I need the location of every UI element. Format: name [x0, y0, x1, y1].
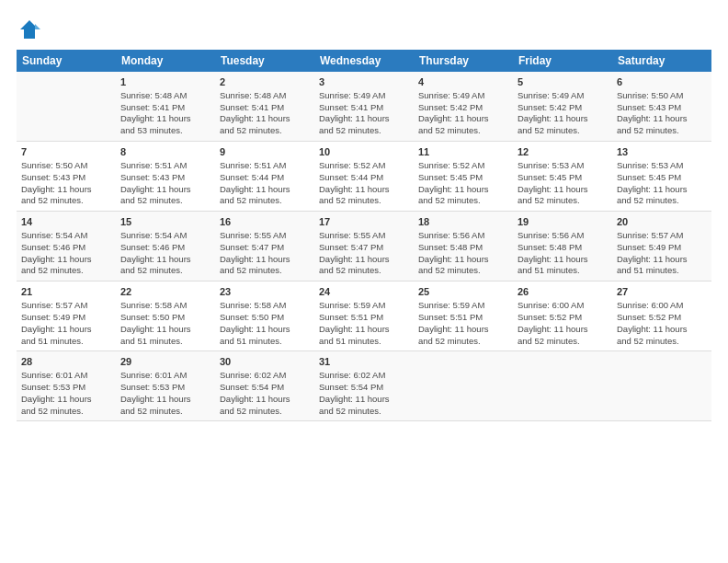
- day-cell: 31Sunrise: 6:02 AMSunset: 5:54 PMDayligh…: [314, 351, 414, 421]
- logo: [17, 17, 46, 42]
- day-cell: 30Sunrise: 6:02 AMSunset: 5:54 PMDayligh…: [215, 351, 314, 421]
- day-cell: 9Sunrise: 5:51 AMSunset: 5:44 PMDaylight…: [215, 142, 314, 212]
- day-info: and 52 minutes.: [418, 125, 508, 137]
- day-info: Sunset: 5:46 PM: [21, 242, 111, 254]
- day-number: 30: [220, 355, 310, 369]
- header-cell-saturday: Saturday: [612, 50, 711, 72]
- day-info: Sunrise: 6:01 AM: [120, 370, 210, 382]
- day-info: Sunrise: 5:52 AM: [319, 160, 409, 172]
- day-info: Daylight: 11 hours: [418, 113, 508, 125]
- day-number: 17: [319, 215, 409, 229]
- day-info: and 51 minutes.: [518, 265, 608, 277]
- day-info: and 52 minutes.: [418, 336, 508, 348]
- day-cell: 23Sunrise: 5:58 AMSunset: 5:50 PMDayligh…: [215, 282, 314, 351]
- day-info: Daylight: 11 hours: [617, 254, 707, 266]
- day-info: Daylight: 11 hours: [220, 254, 310, 266]
- day-info: Sunrise: 5:58 AM: [120, 300, 210, 312]
- day-info: Sunset: 5:41 PM: [120, 102, 210, 114]
- header-cell-monday: Monday: [116, 50, 215, 72]
- day-info: and 51 minutes.: [220, 336, 310, 348]
- day-info: Daylight: 11 hours: [21, 184, 111, 196]
- day-info: and 52 minutes.: [617, 336, 707, 348]
- day-info: Daylight: 11 hours: [220, 324, 310, 336]
- day-info: Daylight: 11 hours: [319, 394, 409, 406]
- day-number: 6: [617, 75, 707, 89]
- day-number: 22: [120, 285, 210, 299]
- day-number: 13: [617, 145, 707, 159]
- day-info: Sunset: 5:52 PM: [617, 312, 707, 324]
- day-number: 10: [319, 145, 409, 159]
- logo-icon: [17, 17, 42, 42]
- day-info: Sunset: 5:53 PM: [21, 382, 111, 394]
- day-info: Sunset: 5:54 PM: [319, 382, 409, 394]
- day-info: Sunrise: 5:56 AM: [418, 230, 508, 242]
- day-info: and 52 minutes.: [120, 195, 210, 207]
- day-info: Daylight: 11 hours: [518, 254, 608, 266]
- day-info: Sunset: 5:43 PM: [120, 172, 210, 184]
- day-number: 4: [418, 75, 508, 89]
- day-info: Daylight: 11 hours: [518, 113, 608, 125]
- day-info: Daylight: 11 hours: [220, 184, 310, 196]
- day-info: Daylight: 11 hours: [617, 113, 707, 125]
- svg-marker-1: [35, 24, 40, 29]
- day-info: Sunrise: 5:54 AM: [120, 230, 210, 242]
- day-number: 18: [418, 215, 508, 229]
- day-info: Sunrise: 5:51 AM: [220, 160, 310, 172]
- day-cell: 4Sunrise: 5:49 AMSunset: 5:42 PMDaylight…: [414, 72, 513, 142]
- day-cell: 22Sunrise: 5:58 AMSunset: 5:50 PMDayligh…: [116, 282, 215, 351]
- day-info: and 52 minutes.: [617, 195, 707, 207]
- day-number: 23: [220, 285, 310, 299]
- day-info: Daylight: 11 hours: [220, 394, 310, 406]
- day-info: and 52 minutes.: [319, 265, 409, 277]
- day-info: and 52 minutes.: [120, 406, 210, 418]
- day-cell: 15Sunrise: 5:54 AMSunset: 5:46 PMDayligh…: [116, 212, 215, 282]
- day-info: and 51 minutes.: [21, 336, 111, 348]
- day-info: Sunrise: 6:01 AM: [21, 370, 111, 382]
- day-cell: 27Sunrise: 6:00 AMSunset: 5:52 PMDayligh…: [612, 282, 711, 351]
- day-info: Sunset: 5:51 PM: [319, 312, 409, 324]
- day-cell: 5Sunrise: 5:49 AMSunset: 5:42 PMDaylight…: [513, 72, 612, 142]
- day-info: Daylight: 11 hours: [21, 324, 111, 336]
- day-info: Daylight: 11 hours: [617, 324, 707, 336]
- day-cell: 20Sunrise: 5:57 AMSunset: 5:49 PMDayligh…: [612, 212, 711, 282]
- day-number: 9: [220, 145, 310, 159]
- calendar-page: SundayMondayTuesdayWednesdayThursdayFrid…: [0, 0, 728, 563]
- day-info: Sunset: 5:54 PM: [220, 382, 310, 394]
- day-cell: 11Sunrise: 5:52 AMSunset: 5:45 PMDayligh…: [414, 142, 513, 212]
- day-info: and 52 minutes.: [220, 265, 310, 277]
- day-info: Daylight: 11 hours: [319, 113, 409, 125]
- day-info: Daylight: 11 hours: [120, 113, 210, 125]
- day-info: Sunset: 5:41 PM: [220, 102, 310, 114]
- day-info: Daylight: 11 hours: [418, 254, 508, 266]
- day-info: Daylight: 11 hours: [518, 324, 608, 336]
- day-number: 7: [21, 145, 111, 159]
- week-row-5: 28Sunrise: 6:01 AMSunset: 5:53 PMDayligh…: [17, 351, 711, 421]
- day-cell: 24Sunrise: 5:59 AMSunset: 5:51 PMDayligh…: [314, 282, 414, 351]
- day-info: and 52 minutes.: [518, 336, 608, 348]
- day-number: 21: [21, 285, 111, 299]
- calendar-header: SundayMondayTuesdayWednesdayThursdayFrid…: [17, 50, 711, 72]
- day-info: Sunset: 5:43 PM: [21, 172, 111, 184]
- day-cell: 25Sunrise: 5:59 AMSunset: 5:51 PMDayligh…: [414, 282, 513, 351]
- day-number: 3: [319, 75, 409, 89]
- day-info: Sunset: 5:50 PM: [220, 312, 310, 324]
- day-info: and 52 minutes.: [21, 406, 111, 418]
- day-info: Daylight: 11 hours: [418, 324, 508, 336]
- day-number: 20: [617, 215, 707, 229]
- day-info: Sunrise: 5:59 AM: [418, 300, 508, 312]
- day-info: Daylight: 11 hours: [120, 394, 210, 406]
- day-info: Sunrise: 6:00 AM: [518, 300, 608, 312]
- day-info: Sunrise: 5:52 AM: [418, 160, 508, 172]
- day-cell: 1Sunrise: 5:48 AMSunset: 5:41 PMDaylight…: [116, 72, 215, 142]
- day-info: Daylight: 11 hours: [319, 324, 409, 336]
- day-info: Sunrise: 6:02 AM: [319, 370, 409, 382]
- day-cell: 7Sunrise: 5:50 AMSunset: 5:43 PMDaylight…: [17, 142, 116, 212]
- day-info: and 52 minutes.: [518, 125, 608, 137]
- day-info: and 52 minutes.: [220, 125, 310, 137]
- day-info: Sunset: 5:52 PM: [518, 312, 608, 324]
- header-cell-thursday: Thursday: [414, 50, 513, 72]
- day-info: and 51 minutes.: [617, 265, 707, 277]
- day-info: Sunset: 5:50 PM: [120, 312, 210, 324]
- day-info: Sunrise: 5:49 AM: [518, 90, 608, 102]
- day-number: 29: [120, 355, 210, 369]
